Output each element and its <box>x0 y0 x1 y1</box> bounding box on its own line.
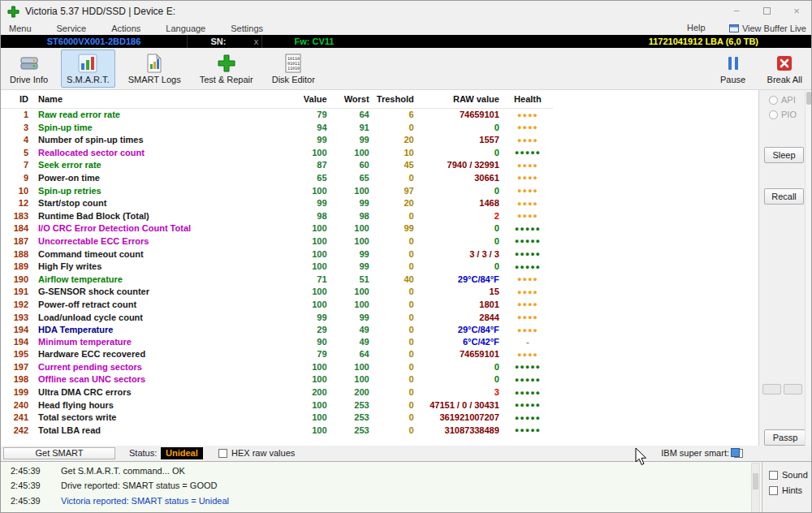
smart-attribute-row[interactable]: 12Start/stop count9999201468●●●● <box>1 197 553 210</box>
smart-attribute-row[interactable]: 199Ultra DMA CRC errors20020003●●●●● <box>1 386 553 399</box>
attr-name: Minimum temperature <box>32 336 287 348</box>
toolbar-button-label: S.M.A.R.T. <box>67 75 110 84</box>
attr-name: Load/unload cycle count <box>32 311 287 324</box>
attr-id: 240 <box>1 399 32 412</box>
attr-health: ●●●●● <box>503 261 553 274</box>
smart-attribute-row[interactable]: 5Reallocated sector count100100100●●●●● <box>1 146 553 159</box>
attr-value: 99 <box>288 197 330 210</box>
smart-attribute-row[interactable]: 197Current pending sectors10010000●●●●● <box>1 360 553 373</box>
menu-item-actions[interactable]: Actions <box>111 24 140 33</box>
header-worst: Worst <box>330 90 373 108</box>
smart-attribute-row[interactable]: 240Head flying hours100253047151 / 0 / 3… <box>1 399 553 412</box>
table-scrollbar-thumb[interactable] <box>806 92 811 105</box>
toolbar-button-label: Disk Editor <box>272 75 315 84</box>
titlebar[interactable]: Victoria 5.37 HDD/SSD | Device E: − × <box>1 1 811 22</box>
toolbar-drive-info-button[interactable]: Drive Info <box>4 50 54 88</box>
smart-attribute-row[interactable]: 194Minimum temperature904906°C/42°F- <box>1 336 553 348</box>
smart-attribute-row[interactable]: 3Spin-up time949100●●●● <box>1 121 553 134</box>
smart-attribute-row[interactable]: 7Seek error rate8760457940 / 32991●●●● <box>1 159 553 172</box>
log-scrollbar-thumb[interactable] <box>753 473 758 489</box>
attr-treshold: 0 <box>373 386 417 399</box>
smart-attribute-row[interactable]: 4Number of spin-up times9999201557●●●● <box>1 134 553 147</box>
attr-value: 100 <box>288 146 330 159</box>
menu-item-settings[interactable]: Settings <box>231 24 263 33</box>
passp-button[interactable]: Passp <box>764 429 806 446</box>
smart-attribute-row[interactable]: 242Total LBA read100253031087338489●●●●● <box>1 424 553 437</box>
smart-attribute-row[interactable]: 10Spin-up retries100100970●●●● <box>1 184 553 197</box>
menu-item-service[interactable]: Service <box>57 24 87 33</box>
hex-raw-values-toggle[interactable]: HEX raw values <box>218 448 295 458</box>
smart-attribute-row[interactable]: 190Airflow temperature71514029°C/84°F●●●… <box>1 273 553 286</box>
minimize-button[interactable]: − <box>730 1 743 22</box>
get-smart-button[interactable]: Get SMART <box>3 447 115 459</box>
sound-checkbox[interactable] <box>769 471 778 480</box>
api-radio-row[interactable]: API <box>769 95 806 105</box>
pause-button[interactable]: Pause <box>713 50 754 88</box>
break-all-button[interactable]: Break All <box>762 50 808 88</box>
device-firmware-tab[interactable]: Fw: CV11 <box>277 35 352 48</box>
health-dots: ●●●●● <box>515 414 541 422</box>
smart-attribute-row[interactable]: 198Offline scan UNC sectors10010000●●●●● <box>1 373 553 386</box>
attr-value: 100 <box>288 222 330 235</box>
tab-close-icon[interactable]: x <box>251 35 262 48</box>
attr-health: ●●●●● <box>503 412 553 425</box>
api-radio[interactable] <box>769 96 778 105</box>
smart-attribute-row[interactable]: 1Raw read error rate7964674659101●●●● <box>1 108 553 121</box>
extra-checkbox[interactable] <box>731 448 740 457</box>
attr-worst: 253 <box>330 399 373 412</box>
smart-attribute-row[interactable]: 187Uncorrectable ECC Errors10010000●●●●● <box>1 235 553 248</box>
recall-button[interactable]: Recall <box>764 188 804 205</box>
smart-attribute-row[interactable]: 183Runtime Bad Block (Total)989802●●●● <box>1 209 553 222</box>
menu-item-menu[interactable]: Menu <box>9 24 32 33</box>
sound-toggle[interactable]: Sound <box>769 470 812 480</box>
smart-attribute-row[interactable]: 241Total sectors write100253036192100720… <box>1 412 553 425</box>
smart-attribute-row[interactable]: 188Command timeout count1009903 / 3 / 3●… <box>1 248 553 261</box>
toolbar-smart-logs-button[interactable]: SMART Logs <box>123 50 187 88</box>
device-model-tab[interactable]: ST6000VX001-2BD186 <box>1 35 188 48</box>
attr-raw-value: 29°C/84°F <box>417 324 503 337</box>
attr-value: 100 <box>288 399 330 412</box>
close-button[interactable]: × <box>790 1 803 22</box>
smart-attribute-row[interactable]: 189High Fly writes1009900●●●●● <box>1 261 553 274</box>
smart-attribute-row[interactable]: 195Hardware ECC recovered7964074659101●●… <box>1 348 553 361</box>
mini-button-right[interactable] <box>784 384 802 394</box>
attr-worst: 100 <box>330 222 373 235</box>
log-line: 2:45:39Victoria reported: SMART status =… <box>1 493 762 508</box>
smart-attribute-row[interactable]: 184I/O CRC Error Detection Count Total10… <box>1 222 553 235</box>
log-scrollbar[interactable] <box>751 463 760 513</box>
attr-value: 100 <box>288 298 330 311</box>
smart-attribute-row[interactable]: 191G-SENSOR shock counter100100015●●●● <box>1 286 553 299</box>
attr-health: ●●●● <box>503 197 553 210</box>
attr-name: Ultra DMA CRC errors <box>32 386 287 399</box>
attr-worst: 99 <box>330 197 373 210</box>
maximize-button[interactable] <box>760 1 773 22</box>
smart-attribute-row[interactable]: 9Power-on time6565030661●●●● <box>1 171 553 184</box>
smart-attribute-row[interactable]: 193Load/unload cycle count999902844●●●● <box>1 311 553 324</box>
view-buffer-label: View Buffer Live <box>742 24 806 33</box>
health-dots: ●●●● <box>517 300 538 308</box>
smart-attribute-row[interactable]: 192Power-off retract count10010001801●●●… <box>1 298 553 311</box>
attr-treshold: 0 <box>373 261 417 274</box>
attr-treshold: 0 <box>373 360 417 373</box>
attr-id: 190 <box>1 273 32 286</box>
attr-raw-value: 2844 <box>417 311 503 324</box>
table-scrollbar[interactable] <box>805 90 811 446</box>
toolbar-s-m-a-r-t--button[interactable]: S.M.A.R.T. <box>61 50 115 88</box>
sleep-button[interactable]: Sleep <box>764 147 804 163</box>
attr-value: 65 <box>288 171 330 184</box>
toolbar-disk-editor-button[interactable]: 101100101111010Disk Editor <box>266 50 321 88</box>
smart-attribute-row[interactable]: 194HDA Temperature2949029°C/84°F●●●● <box>1 324 553 337</box>
mini-button-left[interactable] <box>762 384 781 394</box>
device-serial-tab[interactable]: SN: WCT3JRKF <box>188 35 249 48</box>
menu-item-help[interactable]: Help <box>687 23 706 32</box>
menu-item-language[interactable]: Language <box>166 24 205 33</box>
pio-radio-row[interactable]: PIO <box>769 110 806 119</box>
pio-radio[interactable] <box>769 110 778 119</box>
hints-checkbox[interactable] <box>769 486 778 495</box>
attr-value: 94 <box>288 121 330 134</box>
hints-toggle[interactable]: Hints <box>769 485 812 495</box>
toolbar-test-repair-button[interactable]: Test & Repair <box>194 50 259 88</box>
attr-raw-value: 3 <box>417 386 503 399</box>
view-buffer-live[interactable]: View Buffer Live <box>729 22 806 35</box>
hex-checkbox[interactable] <box>218 449 227 458</box>
